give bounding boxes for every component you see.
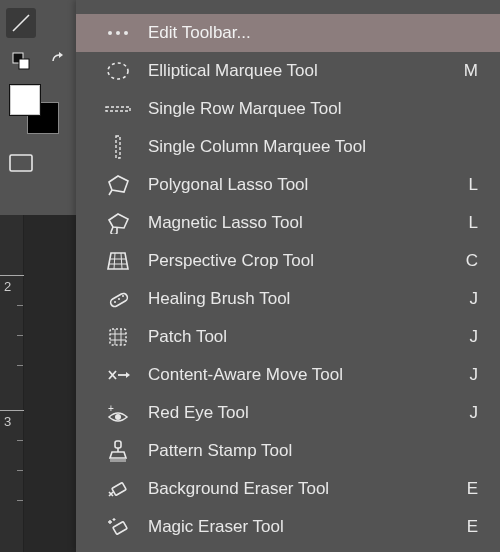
svg-point-22 (122, 295, 124, 297)
menu-item-single-row-marquee[interactable]: Single Row Marquee Tool (76, 90, 500, 128)
svg-point-20 (114, 301, 116, 303)
healing-brush-icon (104, 287, 132, 311)
toolbar (0, 0, 76, 215)
content-aware-move-icon (104, 363, 132, 387)
menu-item-label: Magnetic Lasso Tool (148, 213, 453, 233)
line-tool[interactable] (6, 8, 36, 38)
menu-item-label: Content-Aware Move Tool (148, 365, 454, 385)
svg-line-12 (109, 190, 112, 195)
ruler-mark: 3 (4, 414, 11, 429)
menu-item-shortcut: C (466, 251, 478, 271)
svg-point-5 (108, 31, 112, 35)
svg-line-16 (121, 253, 122, 269)
menu-item-shortcut: J (470, 327, 479, 347)
menu-item-shortcut: J (470, 289, 479, 309)
single-row-marquee-icon (104, 97, 132, 121)
menu-item-edit-toolbar[interactable]: Edit Toolbar... (76, 14, 500, 52)
menu-item-label: Healing Brush Tool (148, 289, 454, 309)
single-column-marquee-icon (104, 135, 132, 159)
menu-item-perspective-crop[interactable]: Perspective Crop Tool C (76, 242, 500, 280)
magic-eraser-icon (104, 515, 132, 539)
background-eraser-icon (104, 477, 132, 501)
menu-item-polygonal-lasso[interactable]: Polygonal Lasso Tool L (76, 166, 500, 204)
svg-rect-33 (110, 459, 126, 462)
ruler-mark: 2 (4, 279, 11, 294)
svg-point-7 (124, 31, 128, 35)
svg-text:+: + (108, 403, 114, 414)
menu-item-shortcut: L (469, 213, 478, 233)
svg-rect-23 (110, 329, 126, 345)
menu-item-healing-brush[interactable]: Healing Brush Tool J (76, 280, 500, 318)
menu-item-pattern-stamp[interactable]: Pattern Stamp Tool (76, 432, 500, 470)
menu-item-patch[interactable]: Patch Tool J (76, 318, 500, 356)
menu-item-label: Magic Eraser Tool (148, 517, 451, 537)
svg-marker-11 (109, 176, 128, 192)
svg-rect-10 (116, 136, 120, 158)
svg-marker-13 (109, 214, 128, 228)
menu-item-label: Single Column Marquee Tool (148, 137, 462, 157)
swap-colors-icon[interactable] (44, 46, 74, 76)
default-colors-icon[interactable] (6, 46, 36, 76)
menu-item-shortcut: L (469, 175, 478, 195)
hidden-tool-slot (44, 8, 74, 38)
perspective-crop-icon (104, 249, 132, 273)
menu-item-label: Single Row Marquee Tool (148, 99, 462, 119)
menu-item-single-column-marquee[interactable]: Single Column Marquee Tool (76, 128, 500, 166)
patch-icon (104, 325, 132, 349)
svg-rect-34 (112, 483, 126, 496)
menu-item-elliptical-marquee[interactable]: Elliptical Marquee Tool M (76, 52, 500, 90)
svg-marker-3 (59, 52, 63, 58)
menu-item-label: Perspective Crop Tool (148, 251, 450, 271)
svg-point-8 (108, 63, 128, 79)
foreground-color-swatch[interactable] (9, 84, 41, 116)
menu-item-shortcut: E (467, 479, 478, 499)
svg-line-15 (114, 253, 115, 269)
svg-rect-4 (10, 155, 32, 171)
svg-rect-35 (113, 522, 127, 535)
svg-marker-14 (108, 253, 128, 269)
menu-item-background-eraser[interactable]: Background Eraser Tool E (76, 470, 500, 508)
menu-item-shortcut: M (464, 61, 478, 81)
svg-point-21 (118, 298, 120, 300)
color-swatches[interactable] (9, 84, 59, 134)
vertical-ruler: 2 3 (0, 215, 24, 552)
svg-point-6 (116, 31, 120, 35)
menu-item-label: Red Eye Tool (148, 403, 454, 423)
menu-item-label: Polygonal Lasso Tool (148, 175, 453, 195)
svg-rect-31 (115, 441, 121, 448)
menu-item-magic-eraser[interactable]: Magic Eraser Tool E (76, 508, 500, 546)
menu-item-shortcut: E (467, 517, 478, 537)
canvas-background (24, 215, 76, 552)
menu-item-label: Background Eraser Tool (148, 479, 451, 499)
svg-marker-28 (126, 372, 130, 378)
menu-item-label: Elliptical Marquee Tool (148, 61, 448, 81)
menu-item-label: Pattern Stamp Tool (148, 441, 462, 461)
svg-rect-9 (106, 107, 130, 111)
svg-line-0 (13, 15, 29, 31)
polygonal-lasso-icon (104, 173, 132, 197)
red-eye-icon: + (104, 401, 132, 425)
menu-item-shortcut: J (470, 365, 479, 385)
svg-point-30 (115, 414, 121, 420)
menu-item-content-aware-move[interactable]: Content-Aware Move Tool J (76, 356, 500, 394)
menu-item-shortcut: J (470, 403, 479, 423)
pattern-stamp-icon (104, 439, 132, 463)
screen-mode-icon[interactable] (6, 148, 36, 178)
ellipsis-icon (104, 21, 132, 45)
elliptical-marquee-icon (104, 59, 132, 83)
tool-flyout-menu: Edit Toolbar... Elliptical Marquee Tool … (76, 0, 500, 552)
svg-rect-2 (19, 59, 29, 69)
menu-item-magnetic-lasso[interactable]: Magnetic Lasso Tool L (76, 204, 500, 242)
menu-item-label: Patch Tool (148, 327, 454, 347)
menu-item-red-eye[interactable]: + Red Eye Tool J (76, 394, 500, 432)
menu-item-label: Edit Toolbar... (148, 23, 462, 43)
magnetic-lasso-icon (104, 211, 132, 235)
